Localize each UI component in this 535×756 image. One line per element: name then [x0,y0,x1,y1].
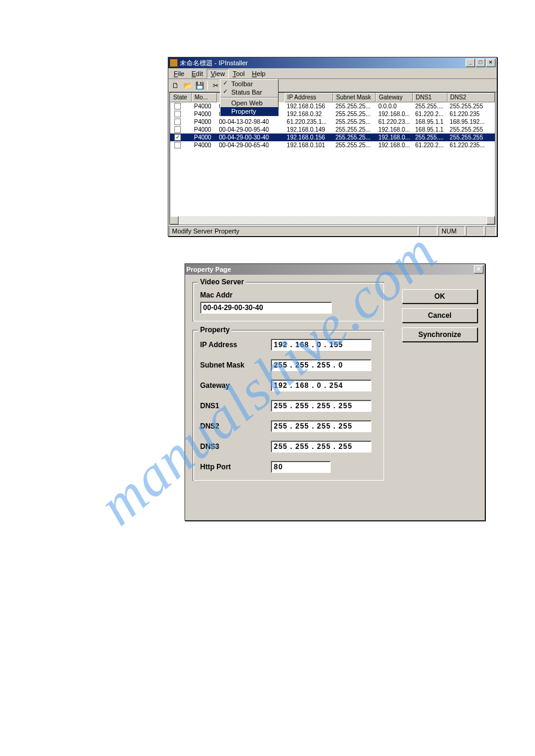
cell-dns2: 255.255.255 [448,134,495,141]
menu-tool[interactable]: Tool [229,69,248,78]
menu-property[interactable]: Property [220,107,278,116]
row-checkbox[interactable] [174,119,181,125]
view-menu-dropdown: Toolbar Status Bar Open Web Property [220,79,279,116]
col-state[interactable]: State [170,93,192,102]
cell-ip: 192.168.0.32 [285,111,333,117]
ip-address-label: IP Address [200,341,271,349]
cell-model: P4000 [192,142,217,148]
cell-gateway: 0.0.0.0 [376,103,413,110]
dns1-field[interactable]: 255 . 255 . 255 . 255 [271,400,371,412]
col-dns1[interactable]: DNS1 [413,93,448,102]
table-row[interactable]: P400000-04-29-00-95-40192.168.0.149255.2… [170,126,495,133]
dns3-label: DNS3 [200,442,271,451]
horizontal-scrollbar[interactable] [170,216,495,224]
minimize-button[interactable]: _ [466,59,475,67]
scroll-right-button[interactable] [486,216,495,224]
cell-ip: 192.168.0.156 [285,134,333,141]
row-dns3: DNS3 255 . 255 . 255 . 255 [200,441,376,453]
cell-subnet: 255.255.25... [333,111,376,117]
server-table: State Mo... IP Address Subnet Mask Gatew… [170,92,495,225]
group-title: Video Server [198,278,246,286]
table-row[interactable]: P400000-04-29-00-4e-40192.168.0.32255.25… [170,110,495,118]
cell-subnet: 255.255.25... [333,134,376,141]
table-row[interactable]: P400000-04-29-00-65-40192.168.0.101255.2… [170,141,495,149]
row-checkbox[interactable] [174,111,181,117]
cell-subnet: 255.255.25... [333,126,376,133]
open-button[interactable]: 📂 [182,80,193,91]
row-checkbox[interactable] [174,142,181,148]
ip-address-field[interactable]: 192 . 168 . 0 . 155 [271,339,371,351]
cell-model: P4000 [192,111,217,117]
cell-ip: 192.168.0.156 [285,103,333,110]
button-column: OK Cancel Synchronize [402,289,477,347]
http-port-label: Http Port [200,463,271,471]
resize-grip[interactable] [485,226,496,236]
window-title: 未命名標題 - IPInstaller [180,59,465,68]
titlebar[interactable]: 未命名標題 - IPInstaller _ □ × [168,57,497,68]
menu-open-web[interactable]: Open Web [220,99,278,107]
cell-gateway: 61.220.23... [376,119,413,125]
row-checkbox[interactable] [174,103,181,110]
subnet-mask-field[interactable]: 255 . 255 . 255 . 0 [271,359,371,371]
dns3-field[interactable]: 255 . 255 . 255 . 255 [271,441,371,453]
cell-model: P4000 [192,119,217,125]
menu-view[interactable]: View [207,69,229,78]
ipinstaller-window: 未命名標題 - IPInstaller _ □ × File Edit View… [168,57,497,236]
cell-dns2: 255.255.255 [448,103,495,110]
maximize-button[interactable]: □ [476,59,485,67]
menu-bar: File Edit View Tool Help [168,68,497,79]
scroll-track[interactable] [179,216,486,224]
table-row[interactable]: P400000-04-13-02-98-4061.220.235.1...255… [170,118,495,126]
property-page-dialog: Property Page × Video Server Mac Addr 00… [185,263,485,521]
row-checkbox[interactable]: ✓ [174,134,181,141]
close-button[interactable]: × [486,59,495,67]
dns1-label: DNS1 [200,402,271,410]
cell-mac: 00-04-29-00-65-40 [216,142,284,148]
cell-dns1: 255.255.... [413,103,448,110]
subnet-mask-label: Subnet Mask [200,361,271,369]
cell-mac: 00-04-29-00-30-40 [216,134,284,141]
table-body: P400000-04-29-00-30-40192.168.0.156255.2… [170,102,495,149]
dns2-label: DNS2 [200,422,271,430]
col-dns2[interactable]: DNS2 [448,93,495,102]
cell-dns1: 61.220.2... [413,142,448,148]
table-header: State Mo... IP Address Subnet Mask Gatew… [170,93,495,102]
cell-dns1: 168.95.1.1 [413,126,448,133]
status-bar: Modify Server Property NUM [168,225,497,236]
status-cell [466,226,484,236]
col-gateway[interactable]: Gateway [376,93,413,102]
http-port-field[interactable]: 80 [271,461,331,473]
menu-edit[interactable]: Edit [188,69,207,78]
new-button[interactable]: 🗋 [170,80,181,91]
table-row[interactable]: P400000-04-29-00-30-40192.168.0.156255.2… [170,102,495,110]
cancel-button[interactable]: Cancel [402,308,477,323]
cell-gateway: 192.168.0... [376,142,413,148]
save-button[interactable]: 💾 [194,80,205,91]
synchronize-button[interactable]: Synchronize [402,327,477,342]
scroll-left-button[interactable] [170,216,179,224]
cell-ip: 61.220.235.1... [285,119,333,125]
cell-mac: 00-04-29-00-95-40 [216,126,284,133]
row-dns1: DNS1 255 . 255 . 255 . 255 [200,400,376,412]
col-subnet[interactable]: Subnet Mask [333,93,376,102]
cell-dns2: 61.220.235 [448,111,495,117]
menu-statusbar[interactable]: Status Bar [220,88,278,96]
mac-addr-field[interactable]: 00-04-29-00-30-40 [200,302,332,314]
dialog-titlebar[interactable]: Property Page × [185,264,485,275]
menu-file[interactable]: File [170,69,188,78]
close-button[interactable]: × [474,265,483,274]
menu-toolbar[interactable]: Toolbar [220,80,278,88]
menu-file-label: ile [178,70,185,77]
col-ip[interactable]: IP Address [285,93,333,102]
gateway-field[interactable]: 192 . 168 . 0 . 254 [271,379,371,391]
dns2-field[interactable]: 255 . 255 . 255 . 255 [271,420,371,432]
table-row[interactable]: ✓P400000-04-29-00-30-40192.168.0.156255.… [170,133,495,141]
menu-help[interactable]: Help [249,69,270,78]
cell-gateway: 192.168.0... [376,126,413,133]
gateway-label: Gateway [200,381,271,390]
cell-gateway: 192.168.0... [376,134,413,141]
ok-button[interactable]: OK [402,289,477,303]
row-checkbox[interactable] [174,126,181,133]
col-model[interactable]: Mo... [192,93,217,102]
cell-dns1: 255.255.... [413,134,448,141]
